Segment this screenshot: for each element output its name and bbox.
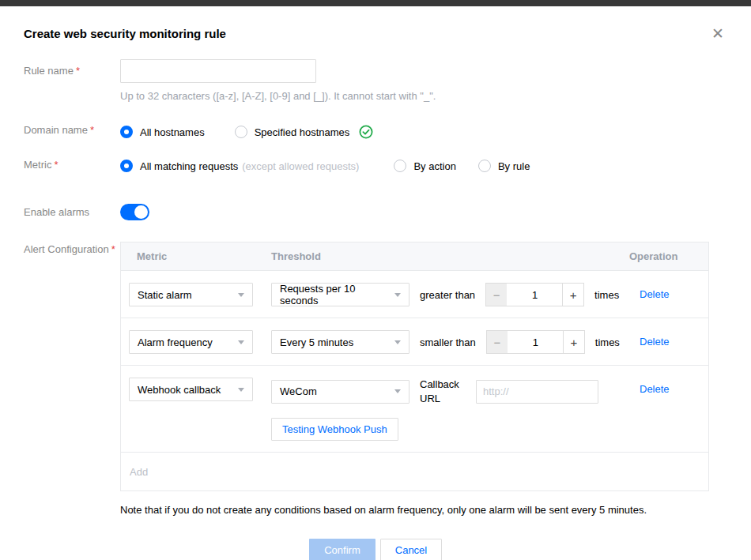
metric-select-webhook[interactable]: Webhook callback: [129, 378, 253, 401]
radio-specified-hostnames[interactable]: Specified hostnames: [235, 126, 350, 138]
minus-button[interactable]: −: [485, 283, 508, 306]
domain-name-row: Domain name* All hostnames Specified hos…: [24, 122, 727, 139]
callback-url-input[interactable]: [476, 380, 598, 404]
domain-name-label: Domain name*: [24, 122, 120, 136]
metric-select-static-alarm[interactable]: Static alarm: [129, 283, 253, 306]
background-top-strip: [0, 0, 751, 6]
plus-button[interactable]: +: [562, 283, 584, 306]
radio-all-matching-label: All matching requests: [140, 160, 238, 172]
enable-alarms-row: Enable alarms: [24, 201, 727, 220]
metric-radio-group: All matching requests (except allowed re…: [120, 157, 727, 172]
header-metric: Metric: [121, 250, 271, 262]
radio-by-rule[interactable]: By rule: [478, 160, 530, 172]
alert-configuration-row: Alert Configuration* Metric Threshold Op…: [24, 242, 727, 491]
threshold-stepper: − 1 +: [485, 283, 584, 306]
select-value: Alarm frequency: [138, 336, 213, 348]
radio-all-matching-suffix: (except allowed requests): [242, 160, 359, 172]
select-value: Webhook callback: [138, 384, 221, 396]
radio-by-rule-label: By rule: [498, 160, 530, 172]
radio-all-hostnames-label: All hostnames: [140, 126, 205, 138]
chevron-down-icon: [394, 389, 401, 393]
select-value: Requests per 10 seconds: [280, 283, 388, 306]
enable-alarms-label: Enable alarms: [24, 201, 120, 218]
radio-specified-hostnames-label: Specified hostnames: [255, 126, 350, 138]
dialog-footer: Confirm Cancel: [24, 539, 727, 560]
required-asterisk: *: [90, 124, 94, 136]
required-asterisk: *: [111, 243, 115, 255]
rule-name-row: Rule name* Up to 32 characters ([a-z], […: [24, 59, 727, 102]
alert-configuration-table: Metric Threshold Operation Static alarm: [120, 242, 709, 491]
rule-name-label: Rule name*: [24, 59, 120, 77]
domain-name-label-text: Domain name: [24, 124, 88, 136]
table-row: Static alarm Requests per 10 seconds gre…: [121, 271, 708, 318]
chevron-down-icon: [238, 293, 244, 297]
dialog-title: Create web security monitoring rule: [24, 27, 226, 40]
domain-radio-group: All hostnames Specified hostnames: [120, 122, 727, 139]
radio-selected-icon: [120, 126, 133, 138]
close-icon[interactable]: ✕: [708, 24, 727, 43]
table-row: Alarm frequency Every 5 minutes smaller …: [121, 318, 708, 366]
radio-unselected-icon: [235, 126, 247, 138]
plus-button[interactable]: +: [563, 330, 585, 354]
alarm-frequency-note: Note that if you do not create any condi…: [120, 504, 727, 516]
condition-text: smaller than: [420, 336, 476, 348]
table-header: Metric Threshold Operation: [121, 242, 708, 271]
required-asterisk: *: [54, 159, 58, 171]
chevron-down-icon: [238, 388, 244, 392]
unit-text: times: [595, 336, 620, 348]
note-row: Note that if you do not create any condi…: [24, 504, 727, 516]
webhook-channel-select[interactable]: WeCom: [271, 380, 409, 404]
threshold-select-requests[interactable]: Requests per 10 seconds: [271, 283, 409, 306]
rule-name-label-text: Rule name: [24, 65, 74, 77]
metric-label: Metric*: [24, 157, 120, 171]
delete-link[interactable]: Delete: [640, 383, 670, 395]
required-asterisk: *: [76, 65, 80, 77]
metric-select-alarm-frequency[interactable]: Alarm frequency: [129, 330, 253, 354]
radio-by-action[interactable]: By action: [394, 160, 455, 172]
rule-name-hint: Up to 32 characters ([a-z], [A-Z], [0-9]…: [120, 90, 727, 102]
select-value: Static alarm: [138, 289, 192, 301]
success-check-icon: [359, 125, 373, 139]
unit-text: times: [594, 289, 619, 301]
chevron-down-icon: [394, 340, 401, 344]
stepper-value[interactable]: 1: [507, 283, 563, 306]
select-value: Every 5 minutes: [280, 336, 353, 348]
select-value: WeCom: [280, 385, 317, 397]
radio-by-action-label: By action: [413, 160, 455, 172]
alert-configuration-label: Alert Configuration*: [24, 242, 120, 255]
callback-url-label: Callback URL: [420, 378, 466, 405]
metric-label-text: Metric: [24, 159, 51, 171]
stepper-value[interactable]: 1: [508, 330, 564, 354]
delete-link[interactable]: Delete: [640, 336, 670, 348]
radio-all-matching-requests[interactable]: All matching requests (except allowed re…: [120, 160, 359, 172]
radio-selected-icon: [120, 160, 133, 172]
create-rule-dialog: Create web security monitoring rule ✕ Ru…: [0, 6, 751, 560]
chevron-down-icon: [394, 293, 401, 297]
chevron-down-icon: [238, 340, 244, 344]
testing-webhook-push-button[interactable]: Testing Webhook Push: [271, 418, 398, 441]
header-operation: Operation: [621, 250, 708, 262]
table-row: Webhook callback WeCom Callback URL: [121, 366, 708, 453]
toggle-knob: [134, 205, 148, 219]
radio-unselected-icon: [478, 160, 491, 172]
note-spacer: [24, 504, 120, 509]
cancel-button[interactable]: Cancel: [380, 539, 442, 560]
header-threshold: Threshold: [271, 250, 621, 262]
enable-alarms-toggle[interactable]: [120, 204, 149, 220]
threshold-stepper: − 1 +: [486, 330, 585, 354]
confirm-button[interactable]: Confirm: [309, 539, 376, 560]
rule-name-input[interactable]: [120, 59, 316, 83]
minus-button[interactable]: −: [486, 330, 508, 354]
delete-link[interactable]: Delete: [640, 288, 670, 300]
condition-text: greater than: [420, 289, 475, 301]
alert-configuration-label-text: Alert Configuration: [24, 243, 109, 255]
metric-row: Metric* All matching requests (except al…: [24, 157, 727, 172]
radio-unselected-icon: [394, 160, 406, 172]
radio-all-hostnames[interactable]: All hostnames: [120, 126, 205, 138]
threshold-select-frequency[interactable]: Every 5 minutes: [271, 330, 409, 354]
add-condition-row[interactable]: Add: [121, 453, 708, 490]
dialog-header: Create web security monitoring rule ✕: [24, 6, 727, 43]
